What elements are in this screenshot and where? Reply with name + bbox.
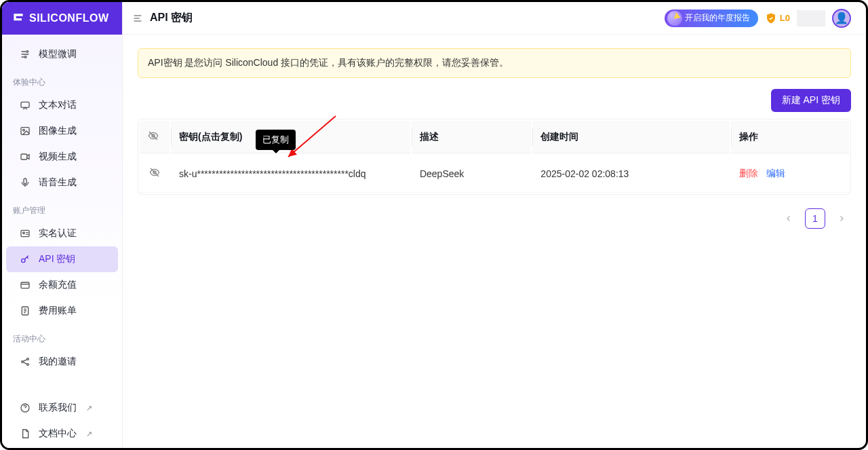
th-created: 创建时间 <box>532 121 730 153</box>
eye-slash-icon[interactable] <box>149 167 160 178</box>
sidebar-section-experience: 体验中心 <box>2 67 122 92</box>
sidebar: SILICONFLOW 模型微调 体验中心 文本对话 图像生成 视频生成 语音生… <box>2 2 123 448</box>
sidebar-item-label: 文档中心 <box>39 428 77 440</box>
svg-point-14 <box>27 364 29 366</box>
brand-text: SILICONFLOW <box>29 12 108 24</box>
api-key-created: 2025-02-02 02:08:13 <box>532 155 730 193</box>
sidebar-item-invite[interactable]: 我的邀请 <box>6 349 118 375</box>
sidebar-item-text-chat[interactable]: 文本对话 <box>6 92 118 118</box>
sidebar-item-finetune[interactable]: 模型微调 <box>6 41 118 67</box>
sliders-icon <box>20 49 31 60</box>
notice-banner: API密钥 是您访问 SiliconCloud 接口的凭证，具有该账户的完整权限… <box>138 48 851 78</box>
toolbar: 新建 API 密钥 <box>138 89 851 112</box>
external-arrow-icon: ↗ <box>86 430 92 438</box>
pagination: 1 <box>138 208 851 229</box>
sidebar-section-activity: 活动中心 <box>2 324 122 349</box>
sidebar-item-image-gen[interactable]: 图像生成 <box>6 118 118 144</box>
header-usage-placeholder <box>797 10 825 26</box>
chat-icon <box>20 100 31 111</box>
level-text: L0 <box>780 13 790 23</box>
svg-rect-10 <box>21 282 29 288</box>
svg-rect-3 <box>21 128 29 135</box>
sidebar-item-label: 实名认证 <box>39 227 77 240</box>
page-title: API 密钥 <box>150 11 193 25</box>
sidebar-item-label: 图像生成 <box>39 125 77 137</box>
sidebar-item-audio-gen[interactable]: 语音生成 <box>6 170 118 195</box>
new-api-key-button[interactable]: 新建 API 密钥 <box>771 89 851 112</box>
th-actions: 操作 <box>731 121 849 153</box>
pagination-page-current[interactable]: 1 <box>805 208 825 229</box>
logo-icon <box>12 12 25 25</box>
wallet-icon <box>20 280 31 290</box>
sidebar-item-contact[interactable]: 联系我们 ↗ <box>6 395 118 421</box>
svg-point-9 <box>22 259 25 262</box>
sidebar-section-account: 账户管理 <box>2 195 122 221</box>
svg-point-1 <box>24 56 26 58</box>
table-row: sk-u************************************… <box>140 155 849 193</box>
sidebar-item-label: 我的邀请 <box>39 356 77 368</box>
sidebar-item-billing[interactable]: 费用账单 <box>6 298 118 324</box>
sidebar-item-label: 联系我们 <box>39 402 77 414</box>
pagination-next[interactable] <box>832 208 851 229</box>
th-visibility <box>140 121 170 153</box>
svg-rect-2 <box>21 102 29 107</box>
wizard-icon <box>667 11 682 26</box>
main-content: API密钥 是您访问 SiliconCloud 接口的凭证，具有该账户的完整权限… <box>123 35 866 448</box>
svg-point-8 <box>23 232 25 234</box>
svg-rect-7 <box>21 230 29 236</box>
avatar[interactable]: 👤 <box>832 9 851 28</box>
mic-icon <box>20 177 31 188</box>
header: API 密钥 开启我的年度报告 L0 👤 <box>123 2 866 35</box>
sidebar-item-label: 视频生成 <box>39 151 77 163</box>
edit-link[interactable]: 编辑 <box>766 168 785 179</box>
sidebar-item-video-gen[interactable]: 视频生成 <box>6 144 118 170</box>
svg-point-12 <box>22 361 24 363</box>
key-icon <box>20 254 31 265</box>
th-key: 密钥(点击复制) <box>171 121 410 153</box>
svg-point-4 <box>23 129 25 131</box>
sidebar-item-label: 语音生成 <box>39 176 77 189</box>
nav: 模型微调 体验中心 文本对话 图像生成 视频生成 语音生成 账户管理 实名认证 … <box>2 35 122 447</box>
collapse-sidebar-icon[interactable] <box>132 13 143 24</box>
svg-rect-5 <box>21 154 27 160</box>
sidebar-item-label: 余额充值 <box>39 279 77 291</box>
annual-report-pill[interactable]: 开启我的年度报告 <box>665 10 758 27</box>
eye-slash-icon[interactable] <box>148 130 159 141</box>
sidebar-item-docs[interactable]: 文档中心 ↗ <box>6 421 118 447</box>
level-badge[interactable]: L0 <box>765 12 790 24</box>
api-key-desc: DeepSeek <box>412 155 531 193</box>
share-icon <box>20 356 31 367</box>
doc-icon <box>20 428 31 439</box>
sidebar-item-label: 费用账单 <box>39 305 77 317</box>
video-icon <box>20 151 31 162</box>
svg-point-0 <box>26 51 28 53</box>
sidebar-item-balance[interactable]: 余额充值 <box>6 272 118 298</box>
id-card-icon <box>20 228 31 239</box>
report-pill-label: 开启我的年度报告 <box>685 12 750 24</box>
pagination-prev[interactable] <box>779 208 798 229</box>
api-key-table: 密钥(点击复制) 描述 创建时间 操作 sk-u****************… <box>138 119 851 195</box>
sidebar-item-api-keys[interactable]: API 密钥 <box>6 246 118 272</box>
help-icon <box>20 402 31 413</box>
sidebar-item-label: 模型微调 <box>39 48 77 60</box>
image-icon <box>20 126 31 136</box>
api-key-value[interactable]: sk-u************************************… <box>179 168 366 179</box>
sidebar-item-identity[interactable]: 实名认证 <box>6 221 118 246</box>
external-arrow-icon: ↗ <box>86 404 92 413</box>
svg-rect-6 <box>24 179 26 184</box>
th-desc: 描述 <box>412 121 531 153</box>
brand-logo[interactable]: SILICONFLOW <box>2 2 122 35</box>
delete-link[interactable]: 删除 <box>739 168 758 179</box>
sidebar-item-label: 文本对话 <box>39 99 77 111</box>
svg-point-13 <box>27 358 29 360</box>
receipt-icon <box>20 305 31 316</box>
sidebar-item-label: API 密钥 <box>39 253 75 265</box>
shield-icon <box>765 12 777 24</box>
